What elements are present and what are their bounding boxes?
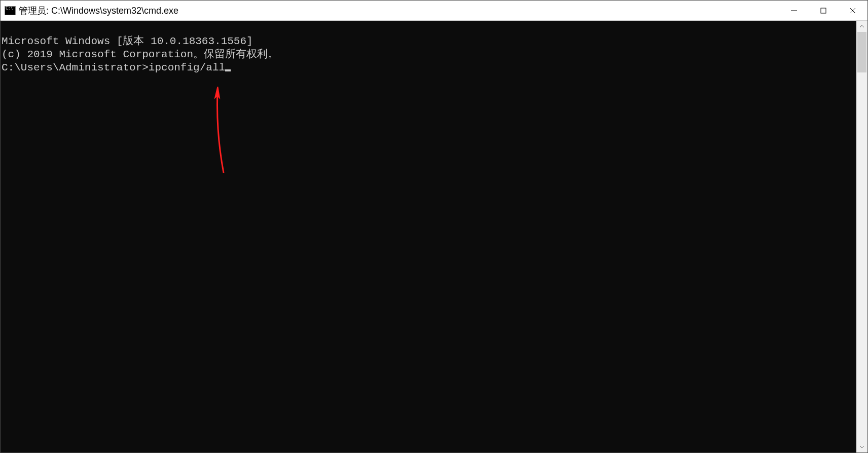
vertical-scrollbar[interactable] <box>856 21 867 452</box>
close-icon <box>849 7 856 14</box>
terminal-prompt-line: C:\Users\Administrator>ipconfig/all <box>2 61 856 74</box>
annotation-arrow-icon <box>208 87 239 178</box>
scroll-thumb[interactable] <box>857 32 866 72</box>
maximize-button[interactable] <box>809 1 838 20</box>
cmd-window: 管理员: C:\Windows\system32\cmd.exe Microso… <box>0 0 868 453</box>
terminal[interactable]: Microsoft Windows [版本 10.0.18363.1556](c… <box>1 21 856 452</box>
close-button[interactable] <box>838 1 867 20</box>
window-controls <box>779 1 867 20</box>
terminal-line: (c) 2019 Microsoft Corporation。保留所有权利。 <box>2 48 856 61</box>
command-text: ipconfig/all <box>149 62 225 73</box>
minimize-button[interactable] <box>779 1 809 20</box>
cursor <box>225 69 231 71</box>
scroll-track[interactable] <box>856 32 867 441</box>
prompt-text: C:\Users\Administrator> <box>2 62 149 73</box>
cmd-icon <box>5 6 16 15</box>
maximize-icon <box>820 7 827 14</box>
titlebar[interactable]: 管理员: C:\Windows\system32\cmd.exe <box>1 1 867 21</box>
terminal-area: Microsoft Windows [版本 10.0.18363.1556](c… <box>1 21 867 452</box>
terminal-line: Microsoft Windows [版本 10.0.18363.1556] <box>2 35 856 48</box>
chevron-down-icon <box>859 445 864 448</box>
window-title: 管理员: C:\Windows\system32\cmd.exe <box>19 5 779 17</box>
scroll-up-button[interactable] <box>856 21 867 32</box>
svg-rect-1 <box>821 8 826 13</box>
scroll-down-button[interactable] <box>856 441 867 452</box>
minimize-icon <box>790 7 798 14</box>
chevron-up-icon <box>859 25 864 28</box>
